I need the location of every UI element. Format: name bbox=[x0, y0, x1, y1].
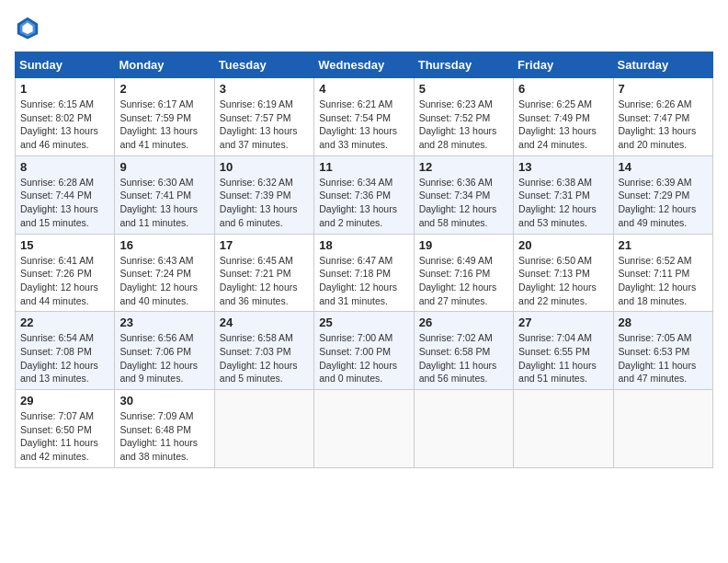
calendar-cell: 4Sunrise: 6:21 AMSunset: 7:54 PMDaylight… bbox=[314, 78, 414, 156]
day-number: 6 bbox=[518, 82, 608, 96]
calendar-cell: 6Sunrise: 6:25 AMSunset: 7:49 PMDaylight… bbox=[514, 78, 613, 156]
day-info: Sunrise: 6:50 AMSunset: 7:13 PMDaylight:… bbox=[518, 254, 608, 308]
day-number: 18 bbox=[319, 238, 408, 252]
day-info: Sunrise: 6:36 AMSunset: 7:34 PMDaylight:… bbox=[419, 176, 508, 230]
weekday-header-thursday: Thursday bbox=[414, 52, 513, 78]
day-number: 5 bbox=[419, 82, 508, 96]
day-number: 29 bbox=[20, 394, 109, 408]
calendar-cell bbox=[613, 390, 712, 468]
day-info: Sunrise: 6:54 AMSunset: 7:08 PMDaylight:… bbox=[20, 331, 109, 385]
day-info: Sunrise: 6:23 AMSunset: 7:52 PMDaylight:… bbox=[419, 98, 508, 152]
day-number: 25 bbox=[319, 316, 408, 329]
day-info: Sunrise: 6:32 AMSunset: 7:39 PMDaylight:… bbox=[220, 176, 309, 230]
day-info: Sunrise: 7:02 AMSunset: 6:58 PMDaylight:… bbox=[419, 331, 508, 385]
day-number: 22 bbox=[20, 316, 109, 329]
day-number: 2 bbox=[119, 82, 209, 96]
calendar-cell: 30Sunrise: 7:09 AMSunset: 6:48 PMDayligh… bbox=[115, 390, 214, 468]
day-info: Sunrise: 6:28 AMSunset: 7:44 PMDaylight:… bbox=[20, 176, 109, 230]
day-number: 13 bbox=[518, 160, 608, 174]
day-info: Sunrise: 7:07 AMSunset: 6:50 PMDaylight:… bbox=[20, 409, 109, 464]
day-info: Sunrise: 7:00 AMSunset: 7:00 PMDaylight:… bbox=[319, 331, 408, 385]
day-number: 12 bbox=[419, 160, 508, 174]
calendar-table: SundayMondayTuesdayWednesdayThursdayFrid… bbox=[15, 52, 713, 468]
day-info: Sunrise: 6:41 AMSunset: 7:26 PMDaylight:… bbox=[20, 254, 109, 308]
calendar-cell bbox=[214, 390, 313, 468]
calendar-cell: 16Sunrise: 6:43 AMSunset: 7:24 PMDayligh… bbox=[115, 234, 214, 312]
calendar-cell: 24Sunrise: 6:58 AMSunset: 7:03 PMDayligh… bbox=[214, 312, 313, 390]
day-info: Sunrise: 7:09 AMSunset: 6:48 PMDaylight:… bbox=[119, 409, 209, 464]
day-info: Sunrise: 6:39 AMSunset: 7:29 PMDaylight:… bbox=[619, 176, 708, 230]
page-header bbox=[15, 15, 713, 40]
calendar-cell: 8Sunrise: 6:28 AMSunset: 7:44 PMDaylight… bbox=[16, 155, 115, 234]
weekday-header-tuesday: Tuesday bbox=[214, 52, 313, 78]
day-info: Sunrise: 6:26 AMSunset: 7:47 PMDaylight:… bbox=[619, 98, 708, 152]
weekday-header-friday: Friday bbox=[514, 52, 613, 78]
calendar-cell: 21Sunrise: 6:52 AMSunset: 7:11 PMDayligh… bbox=[613, 234, 712, 312]
day-number: 8 bbox=[20, 160, 109, 174]
calendar-cell bbox=[314, 390, 414, 468]
calendar-cell: 19Sunrise: 6:49 AMSunset: 7:16 PMDayligh… bbox=[414, 234, 513, 312]
day-number: 17 bbox=[220, 238, 309, 252]
calendar-cell: 29Sunrise: 7:07 AMSunset: 6:50 PMDayligh… bbox=[16, 390, 115, 468]
calendar-cell: 1Sunrise: 6:15 AMSunset: 8:02 PMDaylight… bbox=[16, 78, 115, 156]
calendar-cell: 11Sunrise: 6:34 AMSunset: 7:36 PMDayligh… bbox=[314, 155, 414, 234]
calendar-cell bbox=[514, 390, 613, 468]
day-info: Sunrise: 6:49 AMSunset: 7:16 PMDaylight:… bbox=[419, 254, 508, 308]
day-number: 11 bbox=[319, 160, 408, 174]
day-info: Sunrise: 6:52 AMSunset: 7:11 PMDaylight:… bbox=[619, 254, 708, 308]
day-number: 19 bbox=[419, 238, 508, 252]
day-info: Sunrise: 6:21 AMSunset: 7:54 PMDaylight:… bbox=[319, 98, 408, 152]
calendar-cell: 10Sunrise: 6:32 AMSunset: 7:39 PMDayligh… bbox=[214, 155, 313, 234]
day-info: Sunrise: 6:19 AMSunset: 7:57 PMDaylight:… bbox=[220, 98, 309, 152]
day-number: 24 bbox=[220, 316, 309, 329]
calendar-cell: 7Sunrise: 6:26 AMSunset: 7:47 PMDaylight… bbox=[613, 78, 712, 156]
weekday-header-wednesday: Wednesday bbox=[314, 52, 414, 78]
day-number: 15 bbox=[20, 238, 109, 252]
weekday-header-monday: Monday bbox=[115, 52, 214, 78]
calendar-header: SundayMondayTuesdayWednesdayThursdayFrid… bbox=[16, 52, 713, 78]
calendar-cell: 25Sunrise: 7:00 AMSunset: 7:00 PMDayligh… bbox=[314, 312, 414, 390]
day-number: 21 bbox=[619, 238, 708, 252]
calendar-cell: 18Sunrise: 6:47 AMSunset: 7:18 PMDayligh… bbox=[314, 234, 414, 312]
calendar-cell: 2Sunrise: 6:17 AMSunset: 7:59 PMDaylight… bbox=[115, 78, 214, 156]
day-number: 26 bbox=[419, 316, 508, 329]
day-info: Sunrise: 7:04 AMSunset: 6:55 PMDaylight:… bbox=[518, 331, 608, 385]
calendar-cell: 14Sunrise: 6:39 AMSunset: 7:29 PMDayligh… bbox=[613, 155, 712, 234]
day-number: 1 bbox=[20, 82, 109, 96]
day-info: Sunrise: 7:05 AMSunset: 6:53 PMDaylight:… bbox=[619, 331, 708, 385]
day-number: 4 bbox=[319, 82, 408, 96]
calendar-cell: 26Sunrise: 7:02 AMSunset: 6:58 PMDayligh… bbox=[414, 312, 513, 390]
day-info: Sunrise: 6:38 AMSunset: 7:31 PMDaylight:… bbox=[518, 176, 608, 230]
day-info: Sunrise: 6:17 AMSunset: 7:59 PMDaylight:… bbox=[119, 98, 209, 152]
calendar-cell bbox=[414, 390, 513, 468]
day-number: 20 bbox=[518, 238, 608, 252]
calendar-cell: 22Sunrise: 6:54 AMSunset: 7:08 PMDayligh… bbox=[16, 312, 115, 390]
calendar-cell: 3Sunrise: 6:19 AMSunset: 7:57 PMDaylight… bbox=[214, 78, 313, 156]
day-number: 10 bbox=[220, 160, 309, 174]
day-info: Sunrise: 6:58 AMSunset: 7:03 PMDaylight:… bbox=[220, 331, 309, 385]
day-number: 27 bbox=[518, 316, 608, 329]
day-number: 7 bbox=[619, 82, 708, 96]
day-info: Sunrise: 6:45 AMSunset: 7:21 PMDaylight:… bbox=[220, 254, 309, 308]
weekday-header-saturday: Saturday bbox=[613, 52, 712, 78]
day-info: Sunrise: 6:30 AMSunset: 7:41 PMDaylight:… bbox=[119, 176, 209, 230]
calendar-cell: 5Sunrise: 6:23 AMSunset: 7:52 PMDaylight… bbox=[414, 78, 513, 156]
weekday-header-sunday: Sunday bbox=[16, 52, 115, 78]
calendar-cell: 12Sunrise: 6:36 AMSunset: 7:34 PMDayligh… bbox=[414, 155, 513, 234]
logo bbox=[15, 15, 44, 40]
day-number: 14 bbox=[619, 160, 708, 174]
logo-icon bbox=[15, 15, 40, 40]
day-number: 3 bbox=[220, 82, 309, 96]
day-info: Sunrise: 6:25 AMSunset: 7:49 PMDaylight:… bbox=[518, 98, 608, 152]
day-info: Sunrise: 6:15 AMSunset: 8:02 PMDaylight:… bbox=[20, 98, 109, 152]
day-info: Sunrise: 6:43 AMSunset: 7:24 PMDaylight:… bbox=[119, 254, 209, 308]
calendar-cell: 13Sunrise: 6:38 AMSunset: 7:31 PMDayligh… bbox=[514, 155, 613, 234]
calendar-cell: 9Sunrise: 6:30 AMSunset: 7:41 PMDaylight… bbox=[115, 155, 214, 234]
day-number: 30 bbox=[119, 394, 209, 408]
day-number: 9 bbox=[119, 160, 209, 174]
calendar-cell: 20Sunrise: 6:50 AMSunset: 7:13 PMDayligh… bbox=[514, 234, 613, 312]
calendar-cell: 17Sunrise: 6:45 AMSunset: 7:21 PMDayligh… bbox=[214, 234, 313, 312]
calendar-cell: 28Sunrise: 7:05 AMSunset: 6:53 PMDayligh… bbox=[613, 312, 712, 390]
day-info: Sunrise: 6:47 AMSunset: 7:18 PMDaylight:… bbox=[319, 254, 408, 308]
calendar-cell: 23Sunrise: 6:56 AMSunset: 7:06 PMDayligh… bbox=[115, 312, 214, 390]
